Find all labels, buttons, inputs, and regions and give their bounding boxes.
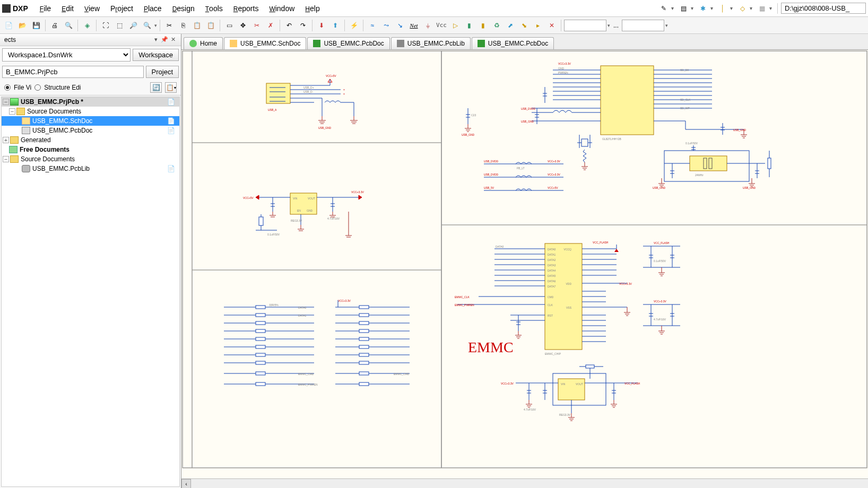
doc-icon-2: 📄 — [167, 165, 175, 172]
project-button[interactable]: Project — [146, 66, 179, 78]
zoom-area-button[interactable]: ⬚ — [113, 19, 126, 32]
sheet-symbol-button[interactable]: ▮ — [463, 19, 475, 32]
svg-rect-100 — [359, 329, 369, 333]
panel-pin-icon[interactable]: 📌 — [161, 36, 168, 43]
menu-edit[interactable]: Edit — [56, 2, 79, 15]
no-erc-button[interactable]: ✕ — [545, 19, 558, 32]
menu-design[interactable]: Design — [167, 2, 200, 15]
h-scrollbar[interactable]: ‹ — [181, 478, 868, 488]
svg-text:VCC_FLASH: VCC_FLASH — [624, 382, 640, 385]
menu-view[interactable]: View — [79, 2, 105, 15]
refresh-button[interactable]: 🔄 — [150, 82, 162, 93]
port-button[interactable]: ⬈ — [504, 19, 517, 32]
menu-file[interactable]: File — [34, 2, 56, 15]
pin-icon[interactable]: │ — [717, 3, 728, 14]
svg-text:REG3.3V: REG3.3V — [291, 219, 302, 222]
draw-mode-icon[interactable]: ✎ — [658, 3, 669, 14]
deselect-button[interactable]: ✂ — [250, 19, 263, 32]
tree-source-docs-2[interactable]: −Source Documents — [2, 154, 179, 164]
panel-close-icon[interactable]: ✕ — [169, 36, 177, 43]
clear-button[interactable]: ✗ — [264, 19, 277, 32]
redo-button[interactable]: ↷ — [297, 19, 309, 32]
move-button[interactable]: ✥ — [237, 19, 249, 32]
paste-special-button[interactable]: 📋 — [204, 19, 217, 32]
vcc-button[interactable]: Vcc — [435, 19, 448, 32]
svg-text:SD_D0: SD_D0 — [680, 68, 689, 72]
tree-free-docs[interactable]: Free Documents — [2, 145, 179, 154]
workspace-select[interactable]: Workspace1.DsnWrk — [2, 48, 131, 62]
shape-icon[interactable]: ◇ — [737, 3, 748, 14]
bus-entry-button[interactable]: ↘ — [394, 19, 406, 32]
tree-pcblib[interactable]: USB_EMMC.PcbLib 📄 — [2, 164, 179, 173]
undo-button[interactable]: ↶ — [283, 19, 296, 32]
project-field[interactable] — [2, 66, 144, 78]
save-button[interactable]: 💾 — [30, 19, 42, 32]
tree-generated[interactable]: +Generated — [2, 135, 179, 145]
zoom-fit-button[interactable]: ⛶ — [99, 19, 112, 32]
menu-tools[interactable]: Tools — [200, 2, 228, 15]
jump-input-1[interactable] — [564, 20, 606, 31]
print-button[interactable]: 🖨 — [48, 19, 61, 32]
tree-project-root[interactable]: − USB_EMMC.PrjPcb * 📄 — [2, 97, 179, 107]
file-path-input[interactable] — [781, 3, 866, 14]
schematic-canvas[interactable]: × × VCC+5V USB_GND USB_A USB_D+ USB_D- — [181, 50, 868, 488]
jump-input-2[interactable] — [622, 20, 664, 31]
harness-button[interactable]: ⬊ — [518, 19, 531, 32]
device-sheet-button[interactable]: ♻ — [490, 19, 503, 32]
copy-button[interactable]: ⎘ — [177, 19, 189, 32]
file-view-radio[interactable] — [4, 84, 11, 91]
menu-window[interactable]: Window — [264, 2, 300, 15]
new-button[interactable]: 📄 — [2, 19, 15, 32]
sheet-entry-button[interactable]: ▮ — [476, 19, 489, 32]
net-label-button[interactable]: Net — [407, 19, 420, 32]
tree-pcbdoc[interactable]: USB_EMMC.PcbDoc 📄 — [2, 126, 179, 135]
tab-home[interactable]: Home — [184, 37, 223, 49]
svg-text:DATA0: DATA0 — [548, 248, 556, 251]
open-button[interactable]: 📂 — [16, 19, 29, 32]
align-icon[interactable]: ▤ — [678, 3, 689, 14]
wire-button[interactable]: ≈ — [366, 19, 379, 32]
preview-button[interactable]: 🔍 — [62, 19, 75, 32]
panel-dropdown-icon[interactable]: ▾ — [152, 36, 160, 43]
menu-help[interactable]: Help — [300, 2, 325, 15]
svg-text:USB_D-: USB_D- — [303, 90, 314, 93]
grid-icon[interactable]: ▦ — [757, 3, 767, 14]
tree-options-button[interactable]: 📋▾ — [165, 82, 177, 93]
hierarchy-down-button[interactable]: ⬆ — [329, 19, 342, 32]
workspace-button[interactable]: Workspace — [133, 49, 179, 61]
svg-rect-102 — [359, 337, 369, 341]
snap-icon[interactable]: ✱ — [698, 3, 708, 14]
tree-source-docs-1[interactable]: − Source Documents — [2, 107, 179, 116]
structure-radio[interactable] — [34, 84, 41, 91]
svg-text:EMMC_PWREN: EMMC_PWREN — [298, 383, 318, 386]
tab-pcbdoc-2[interactable]: USB_EMMC.PcbDoc — [472, 37, 554, 49]
tree-schdoc[interactable]: USB_EMMC.SchDoc 📄 — [2, 116, 179, 126]
zoom-in-button[interactable]: 🔎 — [127, 19, 140, 32]
hierarchy-up-button[interactable]: ⬇ — [315, 19, 328, 32]
app-logo-icon — [2, 4, 11, 13]
bus-button[interactable]: ⤳ — [380, 19, 393, 32]
tab-pcblib[interactable]: USB_EMMC.PcbLib — [391, 37, 471, 49]
layers-button[interactable]: ◈ — [81, 19, 93, 32]
project-tree[interactable]: − USB_EMMC.PrjPcb * 📄 − Source Documents… — [1, 97, 180, 487]
tab-pcbdoc-1[interactable]: USB_EMMC.PcbDoc — [307, 37, 389, 49]
menu-place[interactable]: Place — [138, 2, 167, 15]
select-rect-button[interactable]: ▭ — [223, 19, 236, 32]
document-tabs: Home USB_EMMC.SchDoc USB_EMMC.PcbDoc USB… — [181, 34, 868, 50]
part-button[interactable]: ▷ — [449, 19, 462, 32]
menu-project[interactable]: Project — [105, 2, 138, 15]
cut-button[interactable]: ✂ — [163, 19, 176, 32]
zoom-sel-button[interactable]: 🔍 — [141, 19, 153, 32]
tab-schdoc[interactable]: USB_EMMC.SchDoc — [224, 37, 306, 49]
paste-button[interactable]: 📋 — [190, 19, 203, 32]
svg-rect-90 — [256, 372, 265, 375]
gnd-button[interactable]: ⏚ — [421, 19, 434, 32]
svg-rect-88 — [256, 361, 265, 364]
cross-probe-button[interactable]: ⚡ — [348, 19, 360, 32]
directive-button[interactable]: ▸ — [532, 19, 544, 32]
svg-text:DATA6: DATA6 — [548, 280, 556, 283]
menu-reports[interactable]: Reports — [228, 2, 264, 15]
svg-rect-94 — [359, 306, 369, 309]
scroll-left-button[interactable]: ‹ — [181, 479, 191, 489]
dxp-menu[interactable]: DXP — [13, 4, 28, 13]
